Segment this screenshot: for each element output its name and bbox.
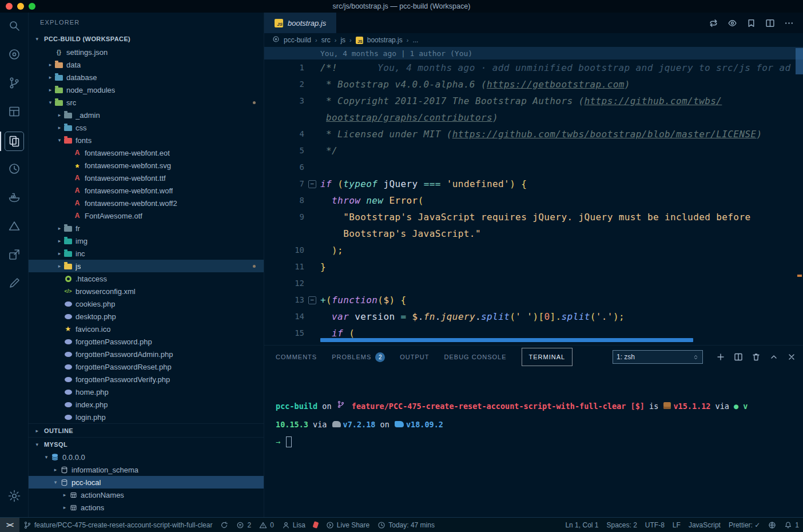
activity-explorer-icon[interactable] xyxy=(0,127,29,156)
split-terminal-icon-button[interactable] xyxy=(734,352,743,362)
tree-item-browserconfig.xml[interactable]: </>browserconfig.xml xyxy=(29,285,264,297)
line-number[interactable]: 5 xyxy=(271,142,304,159)
tree-item-information_schema[interactable]: ▸information_schema xyxy=(29,463,264,476)
panel-tab-debug-console[interactable]: DEBUG CONSOLE xyxy=(444,354,507,360)
line-number[interactable]: 3 xyxy=(271,93,304,109)
more-actions-icon-button[interactable] xyxy=(784,18,794,28)
tree-item-fontawesome-webfont.svg[interactable]: *fontawesome-webfont.svg xyxy=(29,159,264,172)
activity-settings-gear-icon[interactable] xyxy=(0,483,29,511)
tab-bootstrap-js[interactable]: JS bootstrap.js xyxy=(264,13,337,33)
maximize-panel-icon-button[interactable] xyxy=(769,352,778,362)
tree-item-node_modules[interactable]: ▸node_modules xyxy=(29,84,264,96)
line-number[interactable]: 8 xyxy=(271,192,304,209)
status-language-mode[interactable]: JavaScript xyxy=(685,518,725,532)
bookmark-icon-button[interactable] xyxy=(746,18,756,28)
horizontal-scrollbar[interactable] xyxy=(320,338,693,342)
status-cursor-position[interactable]: Ln 1, Col 1 xyxy=(561,518,602,532)
tree-item-forgottenPassword.php[interactable]: forgottenPassword.php xyxy=(29,335,264,348)
tree-item-FontAwesome.otf[interactable]: AFontAwesome.otf xyxy=(29,209,264,222)
fold-icon[interactable]: − xyxy=(308,296,316,304)
status-time-tracker[interactable]: Today: 47 mins xyxy=(373,518,439,532)
tree-item-desktop.php[interactable]: desktop.php xyxy=(29,310,264,323)
activity-edit-icon[interactable] xyxy=(0,270,29,299)
tree-item-forgottenPasswordAdmin.php[interactable]: forgottenPasswordAdmin.php xyxy=(29,348,264,360)
tree-item-.htaccess[interactable]: .htaccess xyxy=(29,272,264,285)
tree-item-inc[interactable]: ▸inc xyxy=(29,247,264,260)
tree-item-fontawesome-webfont.woff2[interactable]: Afontawesome-webfont.woff2 xyxy=(29,197,264,209)
status-indentation[interactable]: Spaces: 2 xyxy=(602,518,641,532)
tree-item-settings.json[interactable]: {}settings.json xyxy=(29,46,264,58)
line-number[interactable]: 6 xyxy=(271,159,304,176)
activity-layout-icon[interactable] xyxy=(0,98,29,127)
vertical-scrollbar[interactable] xyxy=(796,48,803,74)
status-warnings[interactable]: 0 xyxy=(255,518,278,532)
status-eol[interactable]: LF xyxy=(669,518,685,532)
breadcrumb-tail[interactable]: ... xyxy=(412,36,418,44)
panel-tab-output[interactable]: OUTPUT xyxy=(400,354,429,360)
new-terminal-icon-button[interactable] xyxy=(716,352,725,362)
breadcrumb-item[interactable]: pcc-build xyxy=(284,36,311,44)
tree-item-data[interactable]: ▸data xyxy=(29,58,264,71)
status-errors[interactable]: 2 xyxy=(232,518,255,532)
kill-terminal-icon-button[interactable] xyxy=(752,352,761,362)
activity-history-icon[interactable] xyxy=(0,156,29,184)
line-number[interactable]: 10 xyxy=(271,242,304,259)
tree-item-fontawesome-webfont.eot[interactable]: Afontawesome-webfont.eot xyxy=(29,146,264,159)
tree-item-cardTypes[interactable]: ▸cardTypes xyxy=(29,514,264,517)
tree-item-fonts[interactable]: ▾fonts xyxy=(29,134,264,146)
status-encoding[interactable]: UTF-8 xyxy=(641,518,669,532)
status-feedback[interactable] xyxy=(764,518,780,532)
line-number[interactable]: 2 xyxy=(271,76,304,93)
tree-item-0.0.0.0[interactable]: ▾0.0.0.0 xyxy=(29,451,264,463)
line-number[interactable]: 14 xyxy=(271,308,304,325)
tree-item-cookies.php[interactable]: cookies.php xyxy=(29,297,264,310)
tree-item-actions[interactable]: ▸actions xyxy=(29,501,264,514)
tree-item-index.php[interactable]: index.php xyxy=(29,398,264,411)
panel-tab-comments[interactable]: COMMENTS xyxy=(276,354,317,360)
tree-item-js[interactable]: ▸js xyxy=(29,260,264,272)
line-number[interactable]: 13 xyxy=(271,292,304,308)
tree-item-fontawesome-webfont.ttf[interactable]: Afontawesome-webfont.ttf xyxy=(29,172,264,184)
line-number[interactable]: 11 xyxy=(271,259,304,275)
fold-icon[interactable]: − xyxy=(308,180,316,188)
tree-item-src[interactable]: ▾src xyxy=(29,96,264,109)
activity-triangle-icon[interactable] xyxy=(0,213,29,241)
compare-icon-button[interactable] xyxy=(709,18,718,28)
activity-gitlens-icon[interactable] xyxy=(0,41,29,70)
activity-docker-icon[interactable] xyxy=(0,184,29,213)
activity-remote-icon[interactable] xyxy=(0,241,29,270)
breadcrumb-file[interactable]: bootstrap.js xyxy=(367,36,403,44)
close-window-button[interactable] xyxy=(6,3,13,10)
close-panel-icon-button[interactable] xyxy=(787,352,796,362)
tree-item-forgottenPasswordReset.php[interactable]: forgottenPasswordReset.php xyxy=(29,360,264,373)
tree-item-fontawesome-webfont.woff[interactable]: Afontawesome-webfont.woff xyxy=(29,184,264,197)
line-number[interactable]: 4 xyxy=(271,126,304,142)
line-number[interactable]: 12 xyxy=(271,275,304,292)
breadcrumb-item[interactable]: src xyxy=(321,36,331,44)
breadcrumb-item[interactable]: js xyxy=(340,36,345,44)
line-number[interactable]: 7 xyxy=(271,176,304,192)
tree-item-actionNames[interactable]: ▸actionNames xyxy=(29,489,264,501)
split-editor-icon-button[interactable] xyxy=(765,18,775,28)
zoom-window-button[interactable] xyxy=(29,3,35,10)
status-remote-indicator[interactable]: >< xyxy=(0,518,19,532)
tree-item-pcc-local[interactable]: ▾pcc-local xyxy=(29,476,264,489)
tree-item-_admin[interactable]: ▸_admin xyxy=(29,109,264,121)
tree-item-img[interactable]: ▸img xyxy=(29,235,264,247)
status-sync[interactable] xyxy=(216,518,232,532)
line-number[interactable]: 1 xyxy=(271,59,304,76)
status-live-share-account[interactable]: Lisa xyxy=(278,518,309,532)
status-notifications[interactable]: 1 xyxy=(780,518,803,532)
tree-item-login.php[interactable]: login.php xyxy=(29,411,264,423)
panel-tab-terminal[interactable]: TERMINAL xyxy=(522,348,573,366)
outline-section-header[interactable]: ▸ OUTLINE xyxy=(29,423,264,437)
tree-item-home.php[interactable]: home.php xyxy=(29,386,264,398)
tree-item-database[interactable]: ▸database xyxy=(29,71,264,84)
tree-item-fr[interactable]: ▸fr xyxy=(29,222,264,235)
tree-item-favicon.ico[interactable]: ★favicon.ico xyxy=(29,323,264,335)
code-editor[interactable]: You, 4 months ago | 1 author (You) 1/*!Y… xyxy=(264,47,803,345)
tree-item-forgottenPasswordVerify.php[interactable]: forgottenPasswordVerify.php xyxy=(29,373,264,386)
panel-tab-problems[interactable]: PROBLEMS2 xyxy=(332,352,385,362)
tree-item-css[interactable]: ▸css xyxy=(29,121,264,134)
line-number[interactable]: 15 xyxy=(271,325,304,342)
